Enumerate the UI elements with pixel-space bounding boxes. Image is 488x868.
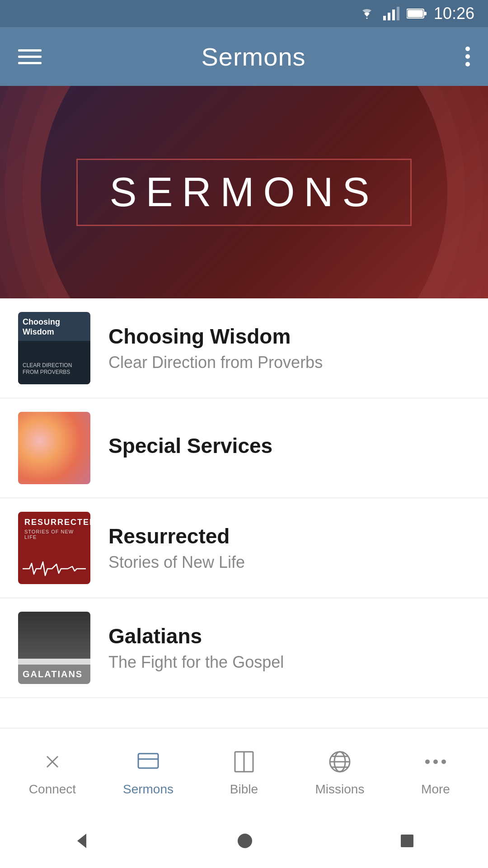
system-nav-bar [0,814,488,868]
connect-icon [37,746,68,778]
hero-title: SERMONS [109,170,378,215]
status-bar: 10:26 [0,0,488,27]
sermon-thumbnail-wisdom: ChoosingWisdom CLEAR DIRECTIONFROM PROVE… [18,312,90,384]
sermon-title: Special Services [108,434,470,458]
sermon-thumbnail-resurrected: RESURRECTED Stories of New Life [18,512,90,584]
svg-point-19 [433,760,438,764]
svg-rect-3 [397,7,399,20]
sermon-list: ChoosingWisdom CLEAR DIRECTIONFROM PROVE… [0,298,488,698]
recents-icon [399,833,415,849]
back-button[interactable] [73,832,91,850]
page-title: Sermons [201,42,305,71]
svg-rect-1 [388,13,390,20]
sermons-icon [132,746,164,778]
hamburger-menu-icon[interactable] [18,49,42,64]
sermon-title: Resurrected [108,524,470,548]
sermon-subtitle: The Fight for the Gospel [108,653,470,672]
battery-icon [407,8,427,19]
nav-item-missions[interactable]: Missions [292,740,388,803]
sermon-subtitle: Stories of New Life [108,553,470,572]
svg-rect-9 [138,754,158,768]
home-icon [236,832,254,850]
nav-label-sermons: Sermons [123,782,174,797]
hero-banner: SERMONS [0,86,488,298]
status-time: 10:26 [434,4,474,23]
status-icons: 10:26 [358,4,474,23]
svg-point-18 [425,760,430,764]
sermon-info-wisdom: Choosing Wisdom Clear Direction from Pro… [108,324,470,372]
more-nav-icon [420,746,451,778]
nav-label-bible: Bible [230,782,258,797]
bottom-nav: Connect Sermons Bible [0,728,488,814]
svg-rect-5 [408,10,423,17]
svg-marker-21 [77,834,86,848]
nav-label-more: More [421,782,450,797]
sermon-thumbnail-special [18,412,90,484]
recents-button[interactable] [399,833,415,849]
list-item[interactable]: RESURRECTED Stories of New Life Resurrec… [0,498,488,598]
nav-item-more[interactable]: More [388,740,483,803]
nav-label-connect: Connect [29,782,76,797]
sermon-info-special: Special Services [108,434,470,462]
hero-text-box: SERMONS [76,159,411,226]
svg-point-20 [441,760,446,764]
wave-icon [23,560,86,578]
nav-item-connect[interactable]: Connect [5,740,100,803]
svg-point-22 [238,834,252,848]
overflow-menu-icon[interactable] [465,47,470,66]
sermon-info-galatians: Galatians The Fight for the Gospel [108,624,470,672]
missions-icon [324,746,356,778]
bible-icon [228,746,260,778]
back-icon [73,832,91,850]
nav-item-bible[interactable]: Bible [196,740,292,803]
sermon-info-resurrected: Resurrected Stories of New Life [108,524,470,572]
signal-icon [383,7,399,20]
sermon-thumbnail-galatians: GALATIANS [18,612,90,684]
app-bar: Sermons [0,27,488,86]
sermon-title: Choosing Wisdom [108,324,470,349]
sermon-subtitle: Clear Direction from Proverbs [108,353,470,372]
svg-rect-23 [401,835,413,847]
list-item[interactable]: Special Services [0,398,488,498]
list-item[interactable]: ChoosingWisdom CLEAR DIRECTIONFROM PROVE… [0,298,488,398]
nav-item-sermons[interactable]: Sermons [100,740,196,803]
nav-label-missions: Missions [315,782,365,797]
wifi-icon [358,7,376,20]
svg-rect-6 [424,12,427,15]
home-button[interactable] [236,832,254,850]
svg-rect-0 [383,16,386,20]
list-item[interactable]: GALATIANS Galatians The Fight for the Go… [0,598,488,698]
sermon-title: Galatians [108,624,470,648]
svg-rect-2 [392,9,395,20]
